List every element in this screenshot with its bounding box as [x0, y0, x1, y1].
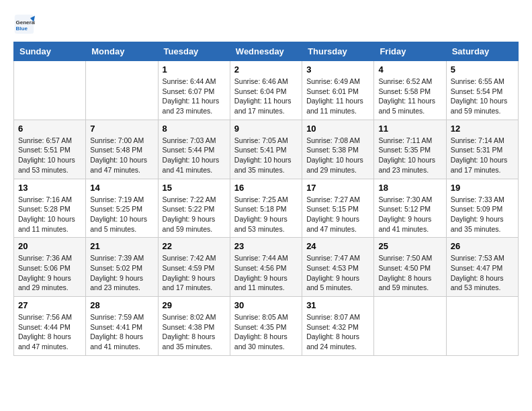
day-number: 12 [451, 124, 514, 134]
calendar-cell: 27Sunrise: 7:56 AM Sunset: 4:44 PM Dayli… [14, 297, 86, 356]
page-header: General Blue [13, 13, 519, 35]
day-number: 1 [163, 64, 226, 75]
day-info: Sunrise: 6:44 AM Sunset: 6:07 PM Dayligh… [163, 77, 226, 116]
day-header-sunday: Sunday [14, 42, 86, 61]
logo-icon: General Blue [13, 13, 35, 35]
calendar-cell: 24Sunrise: 7:47 AM Sunset: 4:53 PM Dayli… [302, 238, 374, 297]
day-info: Sunrise: 7:56 AM Sunset: 4:44 PM Dayligh… [18, 312, 81, 352]
day-info: Sunrise: 7:27 AM Sunset: 5:15 PM Dayligh… [306, 195, 369, 234]
calendar-cell: 4Sunrise: 6:52 AM Sunset: 5:58 PM Daylig… [374, 61, 446, 120]
calendar-cell: 3Sunrise: 6:49 AM Sunset: 6:01 PM Daylig… [302, 61, 374, 120]
calendar-week-3: 13Sunrise: 7:16 AM Sunset: 5:28 PM Dayli… [14, 179, 519, 238]
day-header-monday: Monday [86, 42, 158, 61]
day-info: Sunrise: 7:22 AM Sunset: 5:22 PM Dayligh… [163, 195, 226, 234]
calendar-table: SundayMondayTuesdayWednesdayThursdayFrid… [13, 42, 519, 356]
svg-text:Blue: Blue [16, 26, 28, 32]
day-header-thursday: Thursday [302, 42, 374, 61]
day-info: Sunrise: 7:53 AM Sunset: 4:47 PM Dayligh… [451, 253, 514, 293]
calendar-cell: 8Sunrise: 7:03 AM Sunset: 5:44 PM Daylig… [158, 120, 230, 179]
calendar-cell: 6Sunrise: 6:57 AM Sunset: 5:51 PM Daylig… [14, 120, 86, 179]
day-number: 27 [18, 300, 81, 310]
day-info: Sunrise: 8:02 AM Sunset: 4:38 PM Dayligh… [163, 312, 226, 352]
calendar-cell: 26Sunrise: 7:53 AM Sunset: 4:47 PM Dayli… [446, 238, 518, 297]
day-info: Sunrise: 8:07 AM Sunset: 4:32 PM Dayligh… [306, 312, 369, 352]
calendar-cell: 11Sunrise: 7:11 AM Sunset: 5:35 PM Dayli… [374, 120, 446, 179]
day-info: Sunrise: 6:57 AM Sunset: 5:51 PM Dayligh… [18, 136, 81, 175]
calendar-cell: 18Sunrise: 7:30 AM Sunset: 5:12 PM Dayli… [374, 179, 446, 238]
calendar-cell: 23Sunrise: 7:44 AM Sunset: 4:56 PM Dayli… [230, 238, 302, 297]
day-info: Sunrise: 6:55 AM Sunset: 5:54 PM Dayligh… [451, 77, 514, 116]
day-info: Sunrise: 7:05 AM Sunset: 5:41 PM Dayligh… [234, 136, 298, 175]
day-number: 13 [18, 183, 81, 193]
day-number: 14 [90, 183, 153, 193]
calendar-cell: 28Sunrise: 7:59 AM Sunset: 4:41 PM Dayli… [86, 297, 158, 356]
day-info: Sunrise: 7:36 AM Sunset: 5:06 PM Dayligh… [18, 253, 81, 293]
calendar-cell: 10Sunrise: 7:08 AM Sunset: 5:38 PM Dayli… [302, 120, 374, 179]
day-number: 21 [90, 241, 153, 251]
day-number: 5 [451, 64, 514, 75]
day-number: 22 [163, 241, 226, 251]
day-number: 3 [306, 64, 369, 75]
calendar-cell: 22Sunrise: 7:42 AM Sunset: 4:59 PM Dayli… [158, 238, 230, 297]
day-number: 25 [378, 241, 441, 251]
calendar-cell: 7Sunrise: 7:00 AM Sunset: 5:48 PM Daylig… [86, 120, 158, 179]
day-info: Sunrise: 7:30 AM Sunset: 5:12 PM Dayligh… [378, 195, 441, 234]
day-header-friday: Friday [374, 42, 446, 61]
calendar-week-1: 1Sunrise: 6:44 AM Sunset: 6:07 PM Daylig… [14, 61, 519, 120]
day-number: 9 [234, 124, 298, 134]
day-header-saturday: Saturday [446, 42, 518, 61]
day-info: Sunrise: 6:52 AM Sunset: 5:58 PM Dayligh… [378, 77, 441, 116]
logo: General Blue [13, 13, 38, 35]
day-number: 20 [18, 241, 81, 251]
day-number: 8 [163, 124, 226, 134]
day-number: 30 [234, 300, 298, 310]
day-info: Sunrise: 7:44 AM Sunset: 4:56 PM Dayligh… [234, 253, 298, 293]
calendar-cell [86, 61, 158, 120]
calendar-cell: 20Sunrise: 7:36 AM Sunset: 5:06 PM Dayli… [14, 238, 86, 297]
calendar-cell: 31Sunrise: 8:07 AM Sunset: 4:32 PM Dayli… [302, 297, 374, 356]
day-info: Sunrise: 7:33 AM Sunset: 5:09 PM Dayligh… [451, 195, 514, 234]
day-info: Sunrise: 7:08 AM Sunset: 5:38 PM Dayligh… [306, 136, 369, 175]
day-number: 31 [306, 300, 369, 310]
day-header-wednesday: Wednesday [230, 42, 302, 61]
calendar-cell: 2Sunrise: 6:46 AM Sunset: 6:04 PM Daylig… [230, 61, 302, 120]
day-info: Sunrise: 7:19 AM Sunset: 5:25 PM Dayligh… [90, 195, 153, 234]
day-number: 11 [378, 124, 441, 134]
day-info: Sunrise: 7:14 AM Sunset: 5:31 PM Dayligh… [451, 136, 514, 175]
day-number: 26 [451, 241, 514, 251]
calendar-header-row: SundayMondayTuesdayWednesdayThursdayFrid… [14, 42, 519, 61]
day-info: Sunrise: 7:00 AM Sunset: 5:48 PM Dayligh… [90, 136, 153, 175]
day-info: Sunrise: 7:59 AM Sunset: 4:41 PM Dayligh… [90, 312, 153, 352]
day-number: 10 [306, 124, 369, 134]
calendar-week-2: 6Sunrise: 6:57 AM Sunset: 5:51 PM Daylig… [14, 120, 519, 179]
day-number: 28 [90, 300, 153, 310]
calendar-cell: 19Sunrise: 7:33 AM Sunset: 5:09 PM Dayli… [446, 179, 518, 238]
day-number: 24 [306, 241, 369, 251]
day-number: 4 [378, 64, 441, 75]
calendar-cell: 9Sunrise: 7:05 AM Sunset: 5:41 PM Daylig… [230, 120, 302, 179]
day-number: 6 [18, 124, 81, 134]
day-number: 2 [234, 64, 298, 75]
day-info: Sunrise: 7:42 AM Sunset: 4:59 PM Dayligh… [163, 253, 226, 293]
calendar-week-4: 20Sunrise: 7:36 AM Sunset: 5:06 PM Dayli… [14, 238, 519, 297]
day-info: Sunrise: 7:50 AM Sunset: 4:50 PM Dayligh… [378, 253, 441, 293]
day-info: Sunrise: 7:25 AM Sunset: 5:18 PM Dayligh… [234, 195, 298, 234]
calendar-cell: 17Sunrise: 7:27 AM Sunset: 5:15 PM Dayli… [302, 179, 374, 238]
calendar-week-5: 27Sunrise: 7:56 AM Sunset: 4:44 PM Dayli… [14, 297, 519, 356]
calendar-cell: 12Sunrise: 7:14 AM Sunset: 5:31 PM Dayli… [446, 120, 518, 179]
calendar-cell: 25Sunrise: 7:50 AM Sunset: 4:50 PM Dayli… [374, 238, 446, 297]
day-number: 29 [163, 300, 226, 310]
day-info: Sunrise: 7:47 AM Sunset: 4:53 PM Dayligh… [306, 253, 369, 293]
calendar-cell: 29Sunrise: 8:02 AM Sunset: 4:38 PM Dayli… [158, 297, 230, 356]
calendar-cell [446, 297, 518, 356]
calendar-cell [374, 297, 446, 356]
day-info: Sunrise: 7:39 AM Sunset: 5:02 PM Dayligh… [90, 253, 153, 293]
day-number: 23 [234, 241, 298, 251]
calendar-cell: 1Sunrise: 6:44 AM Sunset: 6:07 PM Daylig… [158, 61, 230, 120]
day-number: 7 [90, 124, 153, 134]
day-info: Sunrise: 7:03 AM Sunset: 5:44 PM Dayligh… [163, 136, 226, 175]
day-header-tuesday: Tuesday [158, 42, 230, 61]
calendar-cell: 16Sunrise: 7:25 AM Sunset: 5:18 PM Dayli… [230, 179, 302, 238]
calendar-cell: 15Sunrise: 7:22 AM Sunset: 5:22 PM Dayli… [158, 179, 230, 238]
day-info: Sunrise: 6:49 AM Sunset: 6:01 PM Dayligh… [306, 77, 369, 116]
